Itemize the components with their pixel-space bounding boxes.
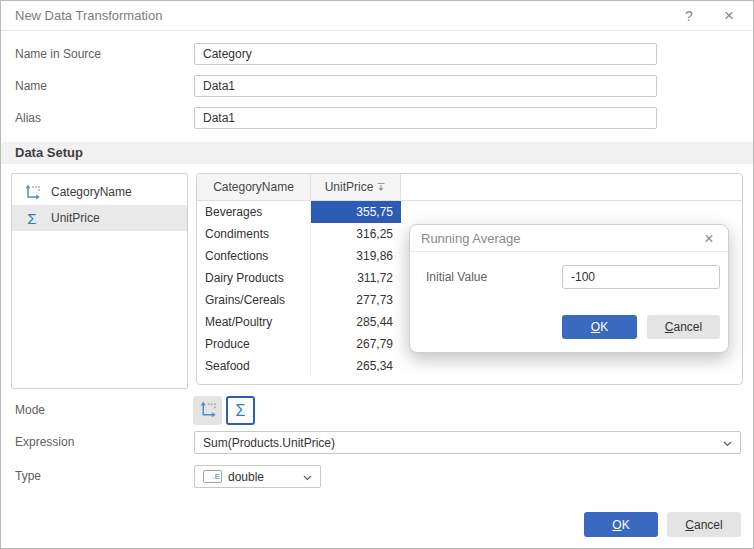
cell-category[interactable]: Grains/Cereals xyxy=(197,289,311,311)
name-label: Name xyxy=(15,75,47,97)
column-header-unitprice[interactable]: UnitPrice xyxy=(311,174,401,200)
sort-descending-icon[interactable] xyxy=(376,181,386,195)
type-label: Type xyxy=(15,465,41,488)
field-item-label: UnitPrice xyxy=(51,211,100,225)
expression-label: Expression xyxy=(15,431,74,454)
name-in-source-label: Name in Source xyxy=(15,43,101,65)
cell-unitprice[interactable]: 277,73 xyxy=(311,289,401,311)
table-row[interactable]: Beverages 355,75 xyxy=(197,201,742,223)
name-input[interactable] xyxy=(194,75,657,97)
name-in-source-input[interactable] xyxy=(194,43,657,65)
type-dropdown[interactable]: .E double xyxy=(194,465,321,488)
ok-button[interactable]: OK xyxy=(584,512,658,537)
cell-unitprice[interactable]: 265,34 xyxy=(311,355,401,377)
cell-category[interactable]: Dairy Products xyxy=(197,267,311,289)
cell-category[interactable]: Seafood xyxy=(197,355,311,377)
cell-unitprice[interactable]: 319,86 xyxy=(311,245,401,267)
popup-title: Running Average xyxy=(421,225,521,252)
table-row[interactable]: Seafood 265,34 xyxy=(197,355,742,377)
dimension-icon xyxy=(22,184,42,200)
name-in-source-row: Name in Source xyxy=(1,43,753,65)
expression-combobox[interactable]: Sum(Products.UnitPrice) xyxy=(194,431,741,454)
grid-header-row: CategoryName UnitPrice xyxy=(197,174,742,201)
alias-row: Alias xyxy=(1,107,753,129)
cell-unitprice-selected[interactable]: 355,75 xyxy=(311,201,401,223)
cell-category[interactable]: Beverages xyxy=(197,201,311,223)
popup-titlebar: Running Average × xyxy=(410,225,728,252)
cell-category[interactable]: Produce xyxy=(197,333,311,355)
column-header-categoryname[interactable]: CategoryName xyxy=(197,174,311,200)
cancel-button-label: Cancel xyxy=(685,518,722,532)
field-item-unitprice[interactable]: Σ UnitPrice xyxy=(12,205,187,231)
field-list: CategoryName Σ UnitPrice xyxy=(11,173,188,389)
ok-button-label: OK xyxy=(612,518,629,532)
cell-category[interactable]: Meat/Poultry xyxy=(197,311,311,333)
initial-value-label: Initial Value xyxy=(426,265,487,289)
cell-unitprice[interactable]: 311,72 xyxy=(311,267,401,289)
alias-label: Alias xyxy=(15,107,41,129)
sigma-icon: Σ xyxy=(22,210,42,227)
running-average-popup: Running Average × Initial Value OK Cance… xyxy=(409,224,729,353)
cell-category[interactable]: Condiments xyxy=(197,223,311,245)
mode-label: Mode xyxy=(15,396,45,425)
cancel-button[interactable]: Cancel xyxy=(667,512,741,537)
column-header-label: UnitPrice xyxy=(325,180,374,194)
field-item-categoryname[interactable]: CategoryName xyxy=(12,179,187,205)
help-icon[interactable]: ? xyxy=(677,1,701,31)
type-value: double xyxy=(228,470,303,484)
popup-cancel-label: Cancel xyxy=(665,320,702,334)
cell-unitprice[interactable]: 285,44 xyxy=(311,311,401,333)
data-setup-section-header: Data Setup xyxy=(1,142,753,164)
popup-cancel-button[interactable]: Cancel xyxy=(647,315,720,339)
cell-unitprice[interactable]: 316,25 xyxy=(311,223,401,245)
close-icon[interactable]: × xyxy=(717,1,741,31)
chevron-down-icon xyxy=(723,436,732,450)
new-data-transformation-dialog: New Data Transformation ? × Name in Sour… xyxy=(0,0,754,549)
sigma-icon: Σ xyxy=(236,403,246,419)
chevron-down-icon xyxy=(303,470,312,484)
double-type-icon: .E xyxy=(203,470,222,483)
field-item-label: CategoryName xyxy=(51,185,132,199)
dimension-icon xyxy=(199,401,216,421)
dialog-titlebar: New Data Transformation ? × xyxy=(1,1,753,31)
section-title: Data Setup xyxy=(15,142,83,164)
alias-input[interactable] xyxy=(194,107,657,129)
name-row: Name xyxy=(1,75,753,97)
dialog-title: New Data Transformation xyxy=(15,1,162,31)
cell-category[interactable]: Confections xyxy=(197,245,311,267)
cell-unitprice[interactable]: 267,79 xyxy=(311,333,401,355)
column-header-label: CategoryName xyxy=(213,180,294,194)
popup-ok-label: OK xyxy=(591,320,608,334)
dimension-mode-button[interactable] xyxy=(193,396,222,425)
sum-mode-button[interactable]: Σ xyxy=(226,396,255,425)
expression-value: Sum(Products.UnitPrice) xyxy=(203,436,723,450)
popup-ok-button[interactable]: OK xyxy=(562,315,637,339)
popup-close-icon[interactable]: × xyxy=(700,225,718,252)
initial-value-input[interactable] xyxy=(562,265,720,289)
